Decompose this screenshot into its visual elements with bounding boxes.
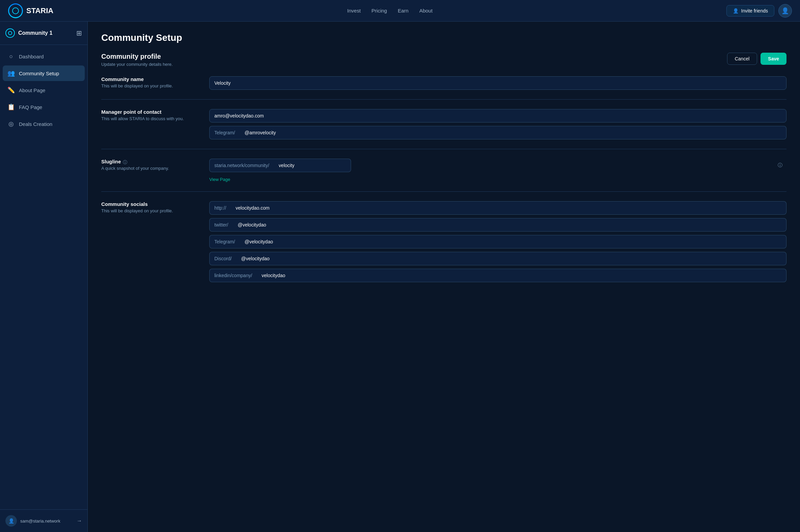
invite-label: Invite friends — [741, 8, 768, 14]
action-buttons: Cancel Save — [727, 53, 786, 65]
sidebar-item-about-page[interactable]: ✏️ About Page — [3, 82, 85, 98]
deals-icon: ◎ — [7, 120, 15, 128]
field-desc: This will be displayed on your profile. — [101, 83, 196, 89]
page-title: Community Setup — [101, 33, 786, 43]
logo: STARIA — [8, 3, 53, 18]
sidebar-item-faq-page[interactable]: 📋 FAQ Page — [3, 99, 85, 115]
telegram-prefix: Telegram/ — [209, 126, 240, 139]
sidebar-item-community-setup[interactable]: 👥 Community Setup — [3, 65, 85, 81]
cancel-button[interactable]: Cancel — [727, 53, 758, 65]
user-menu-button[interactable]: 👤 — [778, 4, 792, 18]
footer-avatar: 👤 — [5, 515, 17, 527]
telegram-input[interactable] — [240, 126, 786, 139]
community-name-field: Community name This will be displayed on… — [101, 76, 786, 90]
field-label-col: Community socials This will be displayed… — [101, 201, 196, 213]
sidebar-header: Community 1 ⊞ — [0, 22, 88, 45]
social-input-3[interactable] — [236, 252, 786, 265]
faq-icon: 📋 — [7, 103, 15, 111]
field-desc: This will allow STARIA to discuss with y… — [101, 116, 196, 121]
social-input-row-0: http:// — [209, 201, 786, 215]
social-input-4[interactable] — [257, 269, 786, 282]
divider-2 — [101, 149, 786, 149]
sidebar-item-label: Dashboard — [19, 54, 43, 59]
nav-links: Invest Pricing Earn About — [347, 8, 433, 14]
sidebar-item-label: About Page — [19, 88, 45, 93]
field-label: Slugline — [101, 159, 121, 165]
divider-3 — [101, 191, 786, 192]
nav-earn[interactable]: Earn — [398, 8, 408, 14]
slugline-input-wrapper: ⓘ — [274, 159, 786, 172]
field-desc: This will be displayed on your profile. — [101, 208, 196, 213]
footer-email: sam@staria.network — [20, 518, 73, 524]
invite-friends-button[interactable]: 👤 Invite friends — [726, 5, 774, 17]
slugline-input-row: staria.network/community/ ⓘ — [209, 159, 786, 172]
info-icon: ⓘ — [778, 163, 782, 168]
social-input-row-2: Telegram/ — [209, 235, 786, 248]
sidebar: Community 1 ⊞ ○ Dashboard 👥 Community Se… — [0, 22, 88, 532]
sidebar-community: Community 1 — [5, 28, 52, 38]
logout-icon[interactable]: → — [77, 518, 82, 524]
field-label-col: Slugline ⓘ A quick snapshot of your comp… — [101, 159, 196, 171]
field-inputs: staria.network/community/ ⓘ View Page — [209, 159, 786, 182]
sidebar-item-label: Deals Creation — [19, 121, 52, 127]
field-label-col: Manager point of contact This will allow… — [101, 109, 196, 121]
about-page-icon: ✏️ — [7, 87, 15, 94]
field-label-col: Community name This will be displayed on… — [101, 76, 196, 89]
social-input-1[interactable] — [233, 218, 786, 232]
user-icon: 👤 — [781, 7, 789, 15]
nav-right: 👤 Invite friends 👤 — [726, 4, 792, 18]
main-content: Community Setup Community profile Update… — [88, 22, 800, 532]
telegram-input-row: Telegram/ — [209, 126, 786, 139]
slugline-label-row: Slugline ⓘ — [101, 159, 196, 166]
sidebar-item-label: FAQ Page — [19, 104, 42, 110]
social-prefix-2: Telegram/ — [209, 235, 240, 248]
community-setup-icon: 👥 — [7, 70, 15, 77]
dashboard-icon: ○ — [7, 53, 15, 60]
slugline-input[interactable] — [274, 159, 351, 172]
social-inputs: http:// twitter/ Telegram/ Discord/ link… — [209, 201, 786, 282]
social-prefix-4: linkedin/company/ — [209, 269, 257, 282]
nav-invest[interactable]: Invest — [347, 8, 361, 14]
invite-icon: 👤 — [733, 8, 739, 14]
save-button[interactable]: Save — [761, 53, 786, 65]
nav-pricing[interactable]: Pricing — [372, 8, 387, 14]
community-name-input[interactable] — [209, 76, 786, 90]
field-label: Manager point of contact — [101, 109, 196, 115]
layout: Community 1 ⊞ ○ Dashboard 👥 Community Se… — [0, 22, 800, 532]
divider-1 — [101, 99, 786, 100]
sidebar-item-label: Community Setup — [19, 71, 59, 76]
logo-text: STARIA — [26, 6, 53, 15]
slugline-field: Slugline ⓘ A quick snapshot of your comp… — [101, 159, 786, 182]
social-input-row-4: linkedin/company/ — [209, 269, 786, 282]
social-prefix-1: twitter/ — [209, 218, 233, 232]
social-prefix-0: http:// — [209, 201, 231, 215]
section-title: Community profile — [101, 53, 173, 60]
social-input-2[interactable] — [240, 235, 786, 248]
sidebar-item-deals-creation[interactable]: ◎ Deals Creation — [3, 116, 85, 132]
social-prefix-3: Discord/ — [209, 252, 236, 265]
top-nav: STARIA Invest Pricing Earn About 👤 Invit… — [0, 0, 800, 22]
sidebar-nav: ○ Dashboard 👥 Community Setup ✏️ About P… — [0, 45, 88, 509]
grid-icon[interactable]: ⊞ — [76, 29, 82, 37]
nav-about[interactable]: About — [419, 8, 433, 14]
field-desc: A quick snapshot of your company. — [101, 166, 196, 171]
sidebar-item-dashboard[interactable]: ○ Dashboard — [3, 49, 85, 64]
community-socials-field: Community socials This will be displayed… — [101, 201, 786, 282]
section-info: Community profile Update your community … — [101, 53, 173, 67]
field-inputs — [209, 76, 786, 90]
field-inputs: Telegram/ — [209, 109, 786, 139]
logo-icon — [8, 3, 23, 18]
section-subtitle: Update your community details here. — [101, 62, 173, 67]
community-name: Community 1 — [18, 30, 52, 36]
manager-email-input[interactable] — [209, 109, 786, 122]
community-icon — [5, 28, 15, 38]
field-label: Community name — [101, 76, 196, 82]
help-icon[interactable]: ⓘ — [123, 159, 127, 166]
manager-contact-field: Manager point of contact This will allow… — [101, 109, 786, 139]
field-label: Community socials — [101, 201, 196, 207]
social-input-row-3: Discord/ — [209, 252, 786, 265]
view-page-link[interactable]: View Page — [209, 177, 786, 182]
section-header-row: Community profile Update your community … — [101, 53, 786, 67]
social-input-0[interactable] — [231, 201, 786, 215]
slugline-prefix: staria.network/community/ — [209, 159, 274, 172]
